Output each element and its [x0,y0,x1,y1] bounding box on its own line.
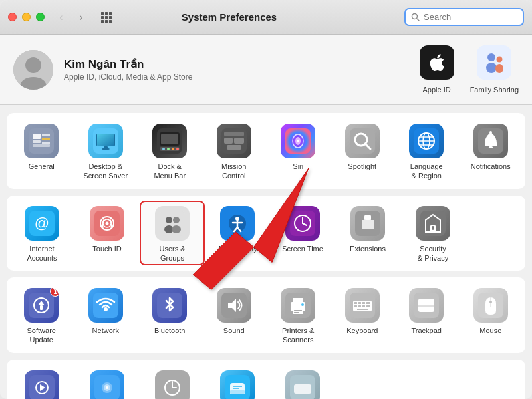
svg-point-7 [497,57,503,63]
pref-item-security[interactable]: Security& Privacy [400,201,466,266]
svg-point-61 [172,225,181,233]
svg-rect-102 [358,305,361,307]
pref-item-notifications[interactable]: Notifications [459,118,523,184]
search-box[interactable] [404,8,524,26]
spotlight-svg [350,128,375,154]
traffic-lights [8,13,45,21]
siri-label: Siri [293,162,303,171]
pref-item-screentime[interactable]: Screen Time [270,201,335,266]
pref-item-mission[interactable]: MissionControl [202,118,267,184]
language-label: Language& Region [410,162,443,181]
pref-item-users[interactable]: Users &Groups [140,201,205,266]
users-svg [160,211,185,236]
svg-rect-39 [350,128,375,154]
minimize-button[interactable] [22,13,31,21]
desktop-icon [88,124,123,158]
profile-section: Kim Ngân Trần Apple ID, iCloud, Media & … [0,35,532,105]
extensions-icon [350,206,385,241]
svg-rect-11 [33,140,41,143]
screentime-icon [285,206,320,241]
svg-rect-24 [161,134,178,144]
svg-point-28 [172,148,174,150]
pref-item-accessibility[interactable]: Accessibility [205,201,270,266]
keyboard-icon [345,288,380,323]
svg-point-84 [104,307,108,311]
softwareupdate-svg [29,293,54,318]
pref-item-softwareupdate[interactable]: 1 SoftwareUpdate [9,283,74,348]
software-update-badge: 1 [50,288,59,297]
language-icon [409,124,444,158]
pref-item-keyboard[interactable]: Keyboard [331,283,395,348]
pref-item-extra4[interactable] [205,365,270,399]
pref-item-extra1[interactable] [9,365,74,399]
svg-rect-32 [234,138,244,144]
svg-rect-9 [29,128,54,154]
internet-icon: @ [25,206,59,241]
search-input[interactable] [424,12,510,22]
svg-rect-103 [362,305,365,307]
svg-rect-100 [366,302,370,304]
pref-item-mouse[interactable]: Mouse [459,283,523,348]
pref-item-network[interactable]: Network [74,283,138,348]
pref-item-sound[interactable]: Sound [202,283,267,348]
printers-svg [285,293,311,318]
accessibility-icon [220,206,255,241]
extra1-svg [29,375,55,399]
pref-row-4 [7,360,525,399]
pref-item-general[interactable]: General [9,118,74,184]
pref-item-language[interactable]: Language& Region [394,118,459,184]
dock-label: Dock &Menu Bar [154,162,186,181]
pref-item-bluetooth[interactable]: Bluetooth [138,283,202,348]
apple-logo-svg [427,53,447,72]
pref-item-desktop[interactable]: Desktop &Screen Saver [74,118,138,184]
svg-rect-49 [489,146,493,148]
svg-point-111 [489,301,492,303]
pref-item-internet[interactable]: @ InternetAccounts [9,201,74,266]
apple-id-button[interactable]: Apple ID [420,45,454,94]
trackpad-label: Trackpad [412,326,442,335]
svg-rect-98 [358,302,361,304]
family-sharing-button[interactable]: Family Sharing [470,45,519,94]
language-svg [414,128,439,154]
zoom-button[interactable] [36,13,45,21]
avatar [13,50,53,90]
svg-rect-97 [354,302,357,304]
profile-name: Kim Ngân Trần [64,57,192,71]
close-button[interactable] [8,13,17,21]
back-button[interactable]: ‹ [53,11,70,24]
security-icon [416,206,450,241]
window-content: Kim Ngân Trần Apple ID, iCloud, Media & … [0,35,532,399]
pref-row-2: @ InternetAccounts [7,196,525,271]
touch-label: Touch ID [92,244,121,253]
accessibility-label: Accessibility [217,244,257,253]
printers-icon [281,288,315,323]
pref-item-dock[interactable]: Dock &Menu Bar [138,118,202,184]
pref-item-touch[interactable]: Touch ID [74,201,140,266]
pref-item-spotlight[interactable]: Spotlight [331,118,395,184]
accessibility-svg [225,211,250,236]
pref-item-siri[interactable]: Siri [266,118,331,184]
svg-rect-13 [42,138,50,140]
bluetooth-svg [157,293,182,318]
mission-icon [217,124,251,158]
pref-item-extra5[interactable] [270,365,335,399]
internet-label: InternetAccounts [27,244,57,263]
svg-point-26 [162,148,165,150]
svg-point-3 [25,57,41,73]
sound-icon [217,288,251,323]
pref-item-printers[interactable]: Printers &Scanners [266,283,331,348]
softwareupdate-label: SoftwareUpdate [27,326,56,345]
apple-id-icon [420,45,454,80]
extensions-svg [355,211,380,236]
network-svg [93,293,118,318]
titlebar: ‹ › System Preferences [0,0,532,35]
family-sharing-icon [477,45,511,80]
spotlight-icon [345,124,380,158]
profile-right: Apple ID Family Sharing [420,45,519,94]
pref-item-trackpad[interactable]: Trackpad [394,283,459,348]
pref-item-extensions[interactable]: Extensions [335,201,400,266]
svg-point-5 [487,53,495,61]
screentime-svg [290,211,315,236]
pref-item-extra2[interactable] [74,365,140,399]
pref-item-extra3[interactable] [140,365,205,399]
